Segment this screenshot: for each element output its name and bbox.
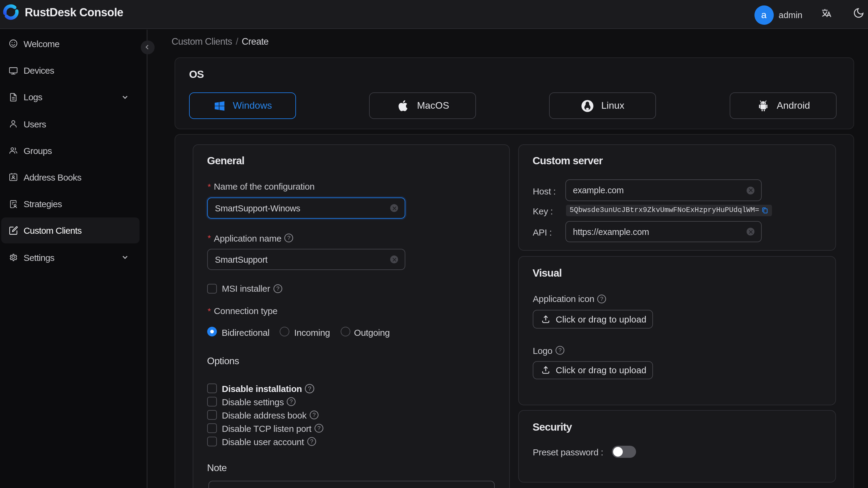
svg-text:?: ?: [310, 438, 313, 445]
svg-text:?: ?: [558, 347, 561, 354]
svg-text:?: ?: [290, 398, 293, 405]
svg-text:?: ?: [287, 235, 290, 241]
svg-text:?: ?: [600, 296, 603, 302]
svg-text:?: ?: [313, 411, 316, 418]
svg-text:?: ?: [317, 425, 320, 431]
svg-text:?: ?: [308, 385, 311, 392]
svg-text:?: ?: [276, 285, 279, 292]
